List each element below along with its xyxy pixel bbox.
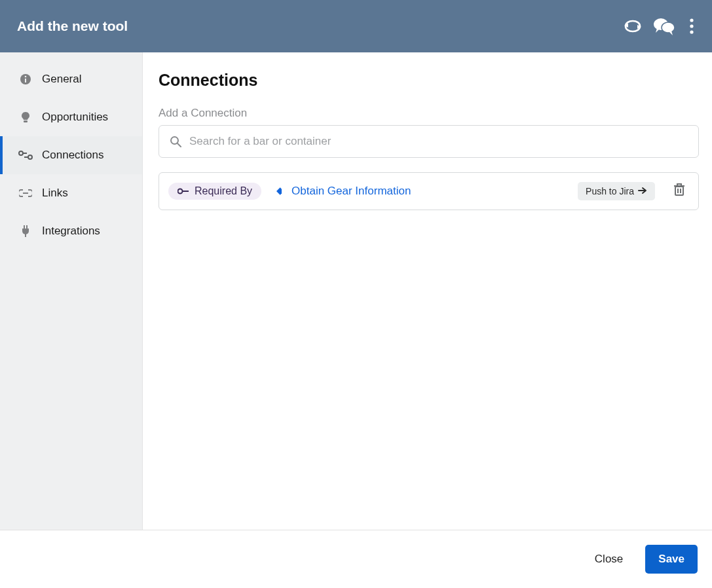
svg-point-23 xyxy=(178,189,183,194)
connection-row: Required By Obtain Gear Information Push… xyxy=(159,172,699,210)
svg-rect-27 xyxy=(675,187,683,195)
title-bar: Add the new tool xyxy=(0,0,712,52)
plug-icon xyxy=(18,225,33,237)
svg-point-7 xyxy=(690,24,693,28)
sidebar-item-label: Links xyxy=(42,187,68,200)
connections-icon xyxy=(18,150,33,160)
kebab-menu-icon[interactable] xyxy=(684,15,699,37)
sidebar-item-links[interactable]: Links xyxy=(0,174,142,212)
bulb-icon xyxy=(18,111,33,123)
page-heading: Connections xyxy=(159,71,699,90)
push-to-jira-button[interactable]: Push to Jira xyxy=(578,182,655,200)
svg-point-8 xyxy=(690,30,693,33)
sidebar: General Opportunities Connections xyxy=(0,52,143,530)
sidebar-item-general[interactable]: General xyxy=(0,60,142,98)
relation-badge: Required By xyxy=(168,183,261,200)
comments-icon[interactable] xyxy=(653,15,675,37)
svg-point-4 xyxy=(662,22,675,33)
svg-rect-19 xyxy=(26,225,28,229)
close-button[interactable]: Close xyxy=(591,552,627,566)
search-icon xyxy=(170,136,181,147)
sidebar-item-integrations[interactable]: Integrations xyxy=(0,212,142,250)
sidebar-item-label: Opportunities xyxy=(42,111,108,124)
sidebar-item-label: General xyxy=(42,73,81,86)
svg-rect-25 xyxy=(276,187,282,194)
sidebar-item-opportunities[interactable]: Opportunities xyxy=(0,98,142,136)
section-label: Add a Connection xyxy=(159,107,699,120)
sidebar-item-label: Connections xyxy=(42,149,104,162)
svg-point-11 xyxy=(25,76,27,78)
svg-point-13 xyxy=(19,151,23,155)
title-bar-actions xyxy=(622,15,699,37)
arrow-right-icon xyxy=(638,186,647,196)
refresh-icon[interactable] xyxy=(622,15,644,37)
sidebar-item-label: Integrations xyxy=(42,225,100,238)
svg-point-15 xyxy=(28,155,32,159)
main-panel: Connections Add a Connection Required By… xyxy=(143,52,712,530)
svg-rect-20 xyxy=(25,234,26,237)
svg-rect-12 xyxy=(24,120,28,122)
svg-line-22 xyxy=(178,143,181,147)
modal-title: Add the new tool xyxy=(17,18,128,34)
connection-link[interactable]: Obtain Gear Information xyxy=(291,185,411,198)
link-icon xyxy=(18,189,33,198)
key-icon xyxy=(178,187,189,195)
svg-point-6 xyxy=(690,18,693,22)
jira-icon xyxy=(271,185,282,197)
trash-icon xyxy=(673,183,685,199)
sidebar-item-connections[interactable]: Connections xyxy=(0,136,142,174)
svg-rect-18 xyxy=(24,225,25,229)
info-icon xyxy=(18,73,33,85)
save-button[interactable]: Save xyxy=(645,545,698,574)
dialog-footer: Close Save xyxy=(0,530,712,588)
delete-button[interactable] xyxy=(669,181,689,201)
relation-badge-label: Required By xyxy=(195,185,252,197)
search-input[interactable] xyxy=(188,134,688,149)
search-field-wrapper[interactable] xyxy=(159,125,699,158)
content-row: General Opportunities Connections xyxy=(0,52,712,530)
svg-rect-10 xyxy=(25,79,26,83)
push-to-jira-label: Push to Jira xyxy=(586,186,634,196)
svg-rect-31 xyxy=(677,184,681,186)
